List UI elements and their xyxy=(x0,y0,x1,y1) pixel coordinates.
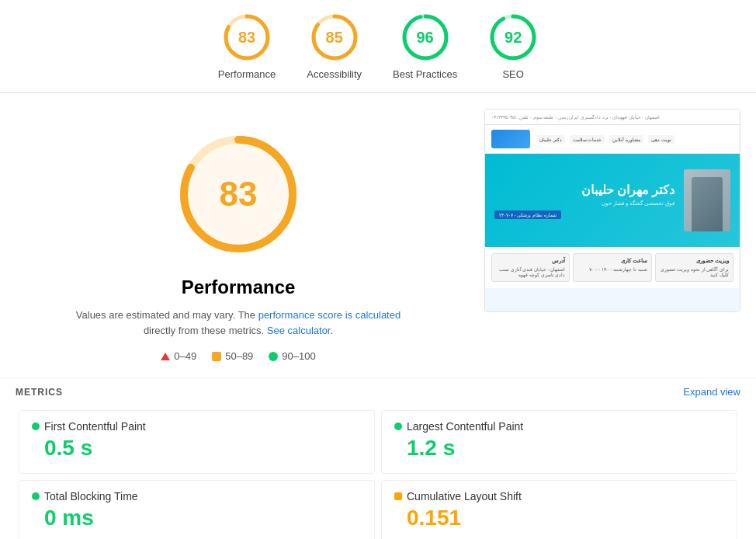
tbt-name: Total Blocking Time xyxy=(44,490,138,502)
score-item-seo[interactable]: 92 SEO xyxy=(488,12,538,80)
right-panel: اصفهان - خیابان قهوه‌ای - نزد دادگستری ا… xyxy=(484,109,740,362)
mock-nav-link-1: دکتر حلیبان xyxy=(536,135,565,144)
metric-lcp-header: Largest Contentful Paint xyxy=(394,420,724,433)
metrics-grid: First Contentful Paint 0.5 s Largest Con… xyxy=(16,407,740,539)
metrics-section: METRICS Expand view First Contentful Pai… xyxy=(0,377,756,539)
fcp-dot xyxy=(32,423,40,430)
left-panel: 83 Performance Values are estimated and … xyxy=(16,109,461,362)
cls-square xyxy=(394,492,402,500)
main-content: 83 Performance Values are estimated and … xyxy=(0,93,756,377)
calculator-link[interactable]: See calculator xyxy=(267,325,331,336)
score-circle-accessibility: 85 xyxy=(310,12,359,62)
score-value-best-practices: 96 xyxy=(416,29,433,47)
score-circle-best-practices: 96 xyxy=(401,12,450,62)
mock-card-3-text: برای آگاهی از نحوه ویزیت حضوری کلیک کنید xyxy=(660,266,729,277)
tbt-value: 0 ms xyxy=(44,506,362,530)
score-label-performance: Performance xyxy=(218,68,276,80)
legend-range-green: 90–100 xyxy=(282,350,315,362)
score-label-seo: SEO xyxy=(502,68,523,80)
score-item-performance[interactable]: 83 Performance xyxy=(218,12,276,80)
performance-title: Performance xyxy=(182,276,296,298)
lcp-name: Largest Contentful Paint xyxy=(407,420,523,433)
mock-hero-image xyxy=(684,169,730,231)
website-screenshot: اصفهان - خیابان قهوه‌ای - نزد دادگستری ا… xyxy=(485,110,740,311)
score-label-best-practices: Best Practices xyxy=(393,68,457,80)
metrics-label: METRICS xyxy=(16,387,63,398)
mock-card-2: ساعت کاری شنبه تا چهارشنبه ۱۴:۰۰ - ۷:۰۰ xyxy=(573,253,651,282)
legend-range-orange: 50–89 xyxy=(225,350,253,362)
metric-fcp: First Contentful Paint 0.5 s xyxy=(19,410,375,474)
metric-cls: Cumulative Layout Shift 0.151 xyxy=(381,480,737,539)
screenshot-container: اصفهان - خیابان قهوه‌ای - نزد دادگستری ا… xyxy=(484,109,740,312)
score-label-accessibility: Accessibility xyxy=(307,68,362,80)
mock-nav-link-2: خدمات سلامت xyxy=(570,135,605,144)
circle-icon xyxy=(269,352,278,361)
metrics-header: METRICS Expand view xyxy=(16,386,740,398)
score-circle-performance: 83 xyxy=(222,12,272,62)
mock-card-2-title: ساعت کاری xyxy=(577,258,647,264)
lcp-dot xyxy=(394,423,402,430)
legend-green: 90–100 xyxy=(269,350,315,362)
scores-bar: 83 Performance 85 Accessibility 96 Best … xyxy=(0,0,756,93)
mock-logo xyxy=(491,130,530,148)
square-icon xyxy=(212,352,221,361)
mock-hero-text: دکتر مهران حلیبان فوق تخصصی گفتگه و فشار… xyxy=(494,183,675,219)
mock-cards: آدرس اصفهان - خیابان قندی آتاری نسب دادی… xyxy=(485,247,740,288)
metric-tbt-header: Total Blocking Time xyxy=(32,490,362,502)
score-circle-seo: 92 xyxy=(488,12,538,62)
mock-card-1: آدرس اصفهان - خیابان قندی آتاری نسب دادی… xyxy=(491,253,570,282)
mock-nav: دکتر حلیبان خدمات سلامت مشاوره آنلاین نو… xyxy=(485,125,740,154)
legend-red: 0–49 xyxy=(161,350,196,362)
score-value-performance: 83 xyxy=(238,29,255,47)
mock-card-1-title: آدرس xyxy=(496,258,565,264)
score-value-accessibility: 85 xyxy=(326,29,343,47)
mock-hero-title: دکتر مهران حلیبان xyxy=(494,183,675,197)
mock-card-3: ویزیت حضوری برای آگاهی از نحوه ویزیت حضو… xyxy=(655,253,733,282)
metric-tbt: Total Blocking Time 0 ms xyxy=(19,480,375,539)
metric-lcp: Largest Contentful Paint 1.2 s xyxy=(381,410,737,474)
perf-score-link[interactable]: performance score is calculated xyxy=(258,309,401,321)
mock-card-2-text: شنبه تا چهارشنبه ۱۴:۰۰ - ۷:۰۰ xyxy=(577,266,647,272)
performance-description: Values are estimated and may vary. The p… xyxy=(75,308,401,338)
lcp-value: 1.2 s xyxy=(407,436,724,461)
cls-value: 0.151 xyxy=(407,506,724,530)
mock-card-3-title: ویزیت حضوری xyxy=(660,258,729,264)
cls-name: Cumulative Layout Shift xyxy=(407,490,522,502)
score-item-best-practices[interactable]: 96 Best Practices xyxy=(393,12,457,80)
mock-topbar-text: اصفهان - خیابان قهوه‌ای - نزد دادگستری ا… xyxy=(491,114,660,120)
metric-fcp-header: First Contentful Paint xyxy=(32,420,362,433)
big-performance-score: 83 xyxy=(220,175,258,214)
legend-range-red: 0–49 xyxy=(174,350,196,362)
score-value-seo: 92 xyxy=(505,29,522,47)
big-performance-circle: 83 xyxy=(168,124,308,264)
mock-hero-badge: شماره نظام پزشکی - ۲۳۰۷۰۷ xyxy=(494,210,561,219)
fcp-value: 0.5 s xyxy=(44,436,362,461)
expand-view-button[interactable]: Expand view xyxy=(683,386,740,398)
mock-card-1-text: اصفهان - خیابان قندی آتاری نسب دادی ناصر… xyxy=(496,266,565,277)
mock-nav-links: دکتر حلیبان خدمات سلامت مشاوره آنلاین نو… xyxy=(536,135,675,144)
legend: 0–49 50–89 90–100 xyxy=(161,350,315,362)
fcp-name: First Contentful Paint xyxy=(44,420,146,433)
perf-desc-mid: directly from these metrics. xyxy=(144,325,267,336)
mock-hero: دکتر مهران حلیبان فوق تخصصی گفتگه و فشار… xyxy=(485,154,740,247)
tbt-dot xyxy=(32,492,40,500)
mock-topbar: اصفهان - خیابان قهوه‌ای - نزد دادگستری ا… xyxy=(485,110,740,125)
legend-orange: 50–89 xyxy=(212,350,253,362)
mock-hero-subtitle: فوق تخصصی گفتگه و فشار خون xyxy=(494,200,675,207)
mock-nav-link-3: مشاوره آنلاین xyxy=(609,135,643,144)
score-item-accessibility[interactable]: 85 Accessibility xyxy=(307,12,362,80)
mock-nav-link-4: نوبت دهی xyxy=(648,135,675,144)
triangle-icon xyxy=(161,353,170,360)
perf-desc-plain: Values are estimated and may vary. The xyxy=(76,309,258,321)
metric-cls-header: Cumulative Layout Shift xyxy=(394,490,724,502)
perf-desc-end: . xyxy=(330,325,333,336)
